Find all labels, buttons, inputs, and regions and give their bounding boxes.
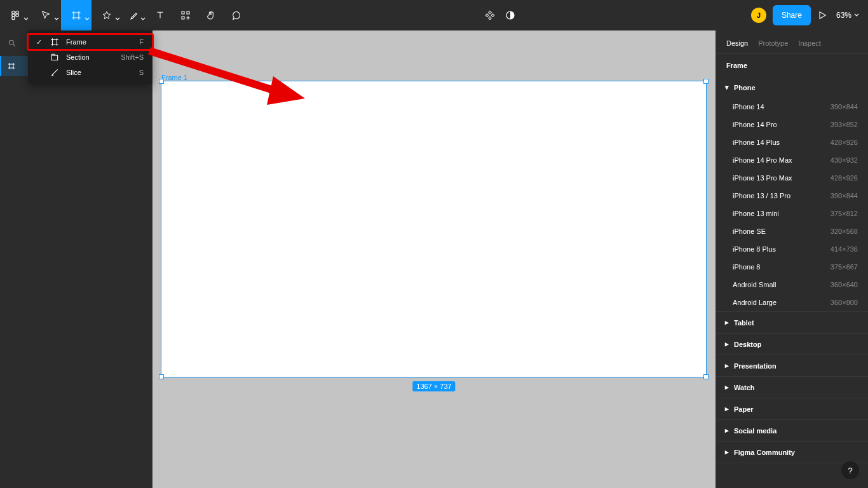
chevron-down-icon (24, 17, 29, 22)
frame-preset[interactable]: iPhone 8 Plus414×736 (716, 240, 868, 258)
triangle-right-icon: ▸ (725, 340, 730, 348)
frame-1[interactable] (161, 81, 706, 377)
svg-rect-5 (182, 11, 184, 14)
toolbar-left-group (0, 0, 249, 30)
help-button[interactable]: ? (841, 461, 859, 479)
design-panel: Design Prototype Inspect Frame ▾ Phone i… (715, 30, 868, 488)
move-tool-button[interactable] (31, 0, 61, 30)
chevron-down-icon (54, 17, 59, 22)
preset-dimensions: 390×844 (831, 192, 858, 200)
search-icon[interactable] (8, 39, 17, 48)
preset-group-header[interactable]: ▸Desktop (716, 334, 868, 355)
selection-handle-bl[interactable] (159, 374, 164, 379)
chevron-down-icon (85, 17, 90, 22)
frame-preset[interactable]: iPhone SE320×568 (716, 222, 868, 240)
user-avatar[interactable]: J (751, 8, 766, 23)
preset-name: iPhone 8 Plus (733, 245, 776, 253)
toolbar-center-group (484, 10, 516, 21)
frame-preset[interactable]: iPhone 14 Pro393×852 (716, 116, 868, 133)
triangle-right-icon: ▸ (725, 405, 730, 413)
selection-handle-tl[interactable] (159, 79, 164, 84)
resources-icon (180, 10, 191, 20)
preset-dimensions: 375×812 (831, 210, 858, 217)
preset-name: iPhone 13 / 13 Pro (733, 192, 790, 200)
triangle-right-icon: ▸ (725, 318, 730, 327)
layers-panel (0, 30, 153, 488)
preset-group-header[interactable]: ▸Tablet (716, 312, 868, 333)
chevron-down-icon (854, 13, 859, 18)
preset-name: iPhone 8 (733, 263, 760, 271)
dropdown-item-shortcut: Shift+S (121, 53, 144, 61)
text-tool-button[interactable] (147, 0, 173, 30)
svg-point-3 (16, 14, 19, 17)
svg-point-1 (16, 11, 19, 14)
section-icon (50, 53, 60, 62)
svg-point-9 (9, 40, 13, 44)
share-button[interactable]: Share (773, 5, 811, 25)
dropdown-item-frame[interactable]: ✓ Frame F (28, 34, 153, 50)
svg-rect-10 (51, 55, 57, 60)
frame-preset[interactable]: Android Small360×640 (716, 276, 868, 294)
preset-name: iPhone 14 (733, 103, 764, 111)
zoom-select[interactable]: 63% (834, 11, 862, 20)
frame-name-label[interactable]: Frame 1 (161, 74, 187, 81)
main-menu-button[interactable] (0, 0, 31, 30)
preset-group-header[interactable]: ▸Presentation (716, 355, 868, 376)
preset-dimensions: 360×640 (831, 281, 858, 288)
hand-tool-button[interactable] (198, 0, 224, 30)
zoom-label: 63% (836, 11, 851, 20)
preset-dimensions: 375×667 (831, 263, 858, 271)
svg-point-0 (12, 11, 15, 14)
dropdown-item-section[interactable]: Section Shift+S (28, 50, 153, 65)
preset-dimensions: 390×844 (831, 103, 858, 111)
components-icon[interactable] (484, 10, 496, 21)
preset-name: iPhone 13 Pro Max (733, 174, 792, 182)
shape-tool-button[interactable] (92, 0, 122, 30)
dropdown-item-slice[interactable]: Slice S (28, 65, 153, 80)
dropdown-item-label: Slice (66, 69, 133, 76)
preset-group-header[interactable]: ▸Figma Community (716, 442, 868, 463)
triangle-right-icon: ▸ (725, 362, 730, 370)
preset-name: iPhone 13 mini (733, 210, 779, 217)
frame-preset[interactable]: iPhone 8375×667 (716, 258, 868, 276)
preset-group-phone-header[interactable]: ▾ Phone (716, 77, 868, 98)
frame-tool-dropdown: ✓ Frame F Section Shift+S Slice S (28, 30, 153, 84)
preset-group-label: Presentation (734, 362, 776, 370)
canvas[interactable]: Frame 1 1367 × 737 (153, 30, 715, 488)
frame-preset[interactable]: iPhone 14 Pro Max430×932 (716, 151, 868, 169)
preset-group-phone: ▾ Phone iPhone 14390×844iPhone 14 Pro393… (716, 77, 868, 312)
toolbar-right-group: J Share 63% (751, 5, 862, 25)
frame-preset[interactable]: iPhone 13 Pro Max428×926 (716, 169, 868, 187)
tab-prototype[interactable]: Prototype (758, 39, 788, 47)
tab-inspect[interactable]: Inspect (798, 39, 820, 47)
tab-design[interactable]: Design (726, 39, 748, 47)
resources-tool-button[interactable] (173, 0, 198, 30)
preset-group-header[interactable]: ▸Social media (716, 420, 868, 441)
selection-handle-br[interactable] (703, 374, 709, 379)
frame-preset[interactable]: iPhone 14390×844 (716, 98, 868, 116)
frame-preset[interactable]: iPhone 13 mini375×812 (716, 205, 868, 222)
preset-dimensions: 428×926 (831, 139, 858, 146)
svg-rect-7 (182, 17, 184, 19)
dropdown-item-label: Section (66, 53, 114, 61)
mask-icon[interactable] (505, 10, 516, 21)
preset-name: Android Small (733, 281, 776, 288)
frame-tool-button[interactable] (61, 0, 92, 30)
preset-name: iPhone 14 Plus (733, 139, 780, 146)
preset-group-header[interactable]: ▸Watch (716, 377, 868, 398)
frame-icon (8, 62, 15, 70)
pen-tool-button[interactable] (122, 0, 147, 30)
preset-group-header[interactable]: ▸Paper (716, 398, 868, 419)
frame-preset[interactable]: iPhone 14 Plus428×926 (716, 133, 868, 151)
frame-preset[interactable]: Android Large360×800 (716, 294, 868, 311)
svg-rect-6 (187, 11, 189, 14)
cursor-icon (41, 10, 51, 20)
frame-preset[interactable]: iPhone 13 / 13 Pro390×844 (716, 187, 868, 205)
frame-icon (71, 10, 81, 20)
selection-handle-tr[interactable] (703, 79, 709, 84)
comment-tool-button[interactable] (224, 0, 249, 30)
svg-point-2 (12, 14, 15, 17)
star-icon (102, 10, 112, 20)
preset-dimensions: 430×932 (831, 156, 858, 164)
present-icon[interactable] (817, 10, 827, 20)
